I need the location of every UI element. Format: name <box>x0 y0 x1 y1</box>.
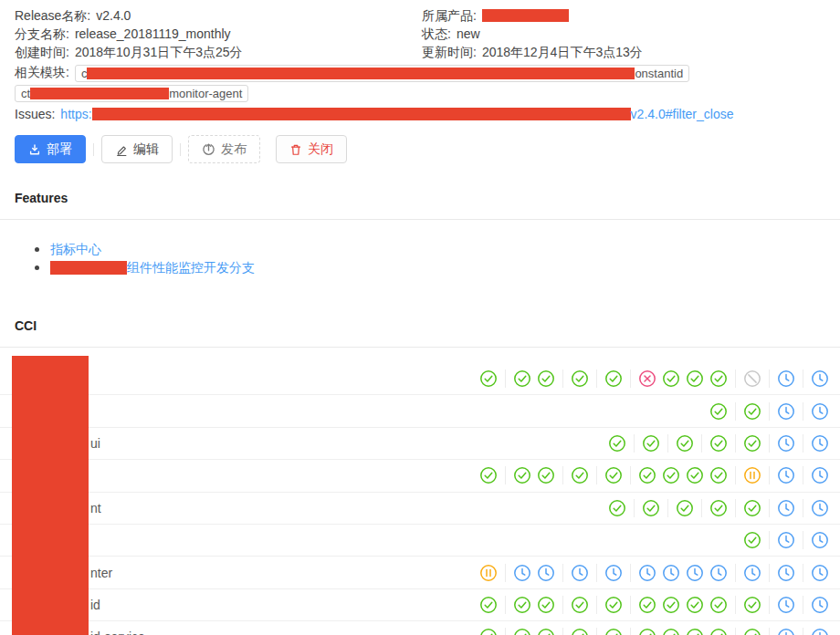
check-icon[interactable] <box>662 596 680 614</box>
clock-icon[interactable] <box>811 596 829 614</box>
group-divider <box>630 466 631 484</box>
check-icon[interactable] <box>608 434 626 453</box>
clock-icon[interactable] <box>777 466 795 484</box>
pause-icon[interactable] <box>743 466 761 484</box>
check-icon[interactable] <box>479 466 498 484</box>
check-icon[interactable] <box>743 596 761 614</box>
check-icon[interactable] <box>513 596 531 614</box>
check-icon[interactable] <box>571 466 589 484</box>
issues-link[interactable]: https:v2.4.0#filter_close <box>60 105 733 123</box>
created-time-label: 创建时间: <box>15 43 69 61</box>
check-icon[interactable] <box>709 370 728 388</box>
check-icon[interactable] <box>662 466 680 484</box>
clock-icon[interactable] <box>743 564 761 582</box>
check-icon[interactable] <box>479 596 498 614</box>
clock-icon[interactable] <box>777 499 795 517</box>
pause-icon[interactable] <box>479 564 498 582</box>
check-icon[interactable] <box>642 434 660 453</box>
clock-icon[interactable] <box>777 370 795 388</box>
close-release-button[interactable]: 关闭 <box>276 135 347 163</box>
edit-button[interactable]: 编辑 <box>101 135 173 163</box>
group-divider <box>769 499 770 517</box>
clock-icon[interactable] <box>777 564 795 582</box>
check-icon[interactable] <box>537 466 555 484</box>
clock-icon[interactable] <box>513 564 531 582</box>
check-icon[interactable] <box>709 596 728 614</box>
feature-link[interactable]: 组件性能监控开发分支 <box>127 260 255 275</box>
clock-icon[interactable] <box>811 628 829 635</box>
x-icon[interactable] <box>638 370 656 388</box>
check-icon[interactable] <box>642 499 660 517</box>
check-icon[interactable] <box>608 499 626 517</box>
clock-icon[interactable] <box>777 628 795 635</box>
action-toolbar: 部署 编辑 发布 <box>15 135 825 163</box>
group-divider <box>505 564 506 582</box>
related-modules-label: 相关模块: <box>15 65 69 81</box>
publish-button[interactable]: 发布 <box>188 135 260 163</box>
check-icon[interactable] <box>571 596 589 614</box>
check-icon[interactable] <box>743 499 761 517</box>
clock-icon[interactable] <box>777 596 795 614</box>
group-divider <box>562 628 563 635</box>
check-icon[interactable] <box>686 466 704 484</box>
check-icon[interactable] <box>604 466 623 484</box>
clock-icon[interactable] <box>571 564 589 582</box>
check-icon[interactable] <box>709 402 728 421</box>
check-icon[interactable] <box>743 628 761 635</box>
clock-icon[interactable] <box>811 466 829 484</box>
check-icon[interactable] <box>686 628 704 635</box>
clock-icon[interactable] <box>686 564 704 582</box>
check-icon[interactable] <box>604 370 623 388</box>
check-icon[interactable] <box>709 466 728 484</box>
check-icon[interactable] <box>709 628 728 635</box>
check-icon[interactable] <box>686 596 704 614</box>
check-icon[interactable] <box>638 466 656 484</box>
group-divider <box>630 370 631 388</box>
clock-icon[interactable] <box>537 564 555 582</box>
check-icon[interactable] <box>662 370 680 388</box>
clock-icon[interactable] <box>777 434 795 453</box>
check-icon[interactable] <box>638 596 656 614</box>
clock-icon[interactable] <box>811 434 829 453</box>
check-icon[interactable] <box>537 596 555 614</box>
clock-icon[interactable] <box>811 402 829 421</box>
check-icon[interactable] <box>571 628 589 635</box>
check-icon[interactable] <box>479 370 498 388</box>
check-icon[interactable] <box>662 628 680 635</box>
clock-icon[interactable] <box>777 402 795 421</box>
status-icon-group <box>608 434 829 453</box>
group-divider <box>630 564 631 582</box>
check-icon[interactable] <box>479 628 498 635</box>
check-icon[interactable] <box>676 434 694 453</box>
check-icon[interactable] <box>537 370 555 388</box>
clock-icon[interactable] <box>811 499 829 517</box>
check-icon[interactable] <box>676 499 694 517</box>
clock-icon[interactable] <box>662 564 680 582</box>
check-icon[interactable] <box>513 466 531 484</box>
clock-icon[interactable] <box>604 564 623 582</box>
ban-icon[interactable] <box>743 370 761 388</box>
check-icon[interactable] <box>604 596 623 614</box>
pencil-icon <box>115 143 128 156</box>
check-icon[interactable] <box>638 628 656 635</box>
check-icon[interactable] <box>743 531 761 549</box>
clock-icon[interactable] <box>811 531 829 549</box>
status-icon-group <box>743 531 829 549</box>
clock-icon[interactable] <box>811 370 829 388</box>
deploy-button[interactable]: 部署 <box>15 135 86 163</box>
clock-icon[interactable] <box>638 564 656 582</box>
clock-icon[interactable] <box>811 564 829 582</box>
feature-link[interactable]: 指标中心 <box>50 242 101 256</box>
check-icon[interactable] <box>686 370 704 388</box>
check-icon[interactable] <box>743 434 761 453</box>
check-icon[interactable] <box>709 434 728 453</box>
clock-icon[interactable] <box>777 531 795 549</box>
check-icon[interactable] <box>743 402 761 421</box>
check-icon[interactable] <box>709 499 728 517</box>
check-icon[interactable] <box>513 628 531 635</box>
check-icon[interactable] <box>604 628 623 635</box>
check-icon[interactable] <box>571 370 589 388</box>
check-icon[interactable] <box>537 628 555 635</box>
clock-icon[interactable] <box>709 564 728 582</box>
check-icon[interactable] <box>513 370 531 388</box>
